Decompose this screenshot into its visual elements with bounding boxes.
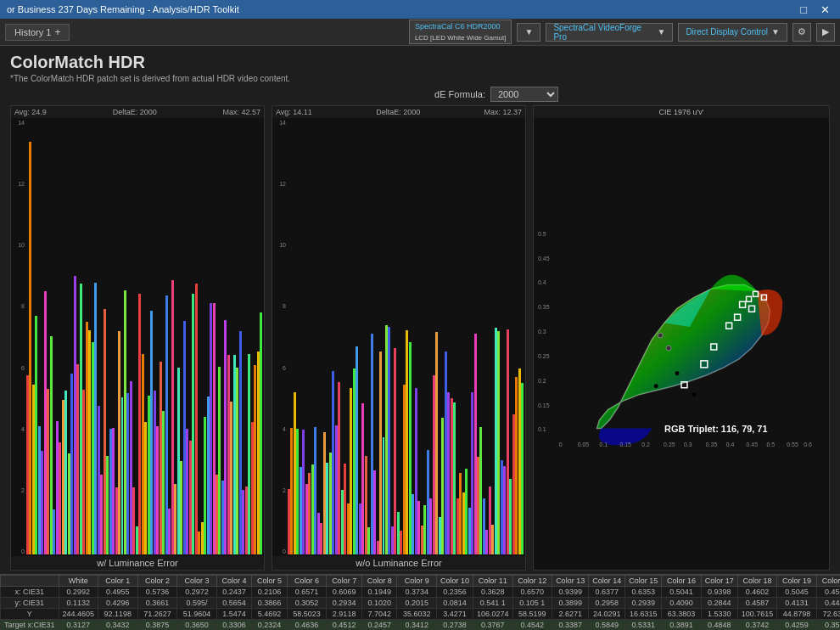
svg-text:0.5: 0.5 [538,231,546,237]
chart1-avg: Avg: 24.9 [14,108,47,116]
table-cell: 72.6319 [816,609,840,620]
svg-text:0.3: 0.3 [684,442,692,447]
table-col-header: Color 1 [98,576,138,587]
table-cell: 24.0291 [589,609,625,620]
row-label: y: CIE31 [1,598,59,609]
table-cell: 0.4447 [816,598,840,609]
table-cell: 71.2627 [137,609,177,620]
table-cell: 35.6032 [397,609,437,620]
table-cell: 0.6570 [512,587,552,598]
svg-text:0.4: 0.4 [726,442,735,447]
toolbar: History 1 + SpectraCal C6 HDR2000 LCD [L… [0,19,840,46]
bars2 [288,120,524,554]
svg-text:0.15: 0.15 [619,442,631,447]
table-cell: 0.3052 [287,598,327,609]
bar [260,312,262,554]
table-cell: 0.3432 [98,620,138,631]
table-cell: 0.2939 [625,598,662,609]
svg-text:0.4: 0.4 [538,279,546,285]
table-cell: 0.2437 [216,587,252,598]
table-col-header: Color 8 [361,576,397,587]
history-tab-label: History 1 [14,27,51,37]
main-content: ColorMatch HDR *The ColorMatch HDR patch… [0,46,840,574]
close-button[interactable]: ✕ [817,3,833,16]
svg-text:0.35: 0.35 [538,304,550,310]
table-col-header: Color 15 [625,576,662,587]
row-label: Y [1,609,59,620]
table-cell: 0.2958 [589,598,625,609]
table-cell: 16.6315 [625,609,662,620]
table-cell: 0.4636 [287,620,327,631]
svg-text:0.45: 0.45 [747,442,759,447]
svg-point-14 [658,333,663,338]
table-cell: 0.3661 [137,598,177,609]
svg-point-16 [654,384,658,388]
device1-arrow[interactable]: ▼ [517,23,540,42]
table-cell: 0.3387 [552,620,589,631]
table-cell: 0.4955 [98,587,138,598]
page-subtitle: *The ColorMatch HDR patch set is derived… [10,74,830,83]
table-cell: 0.3650 [177,620,217,631]
bar [388,327,390,554]
table-cell: 0.2934 [327,598,362,609]
table-col-header: Color 17 [701,576,737,587]
table-cell: 0.3734 [397,587,437,598]
device1-line2: LCD [LED White Wide Gamut] [415,34,507,42]
device2-dropdown[interactable]: SpectraCal VideoForge Pro ▼ [546,23,673,42]
cie-svg: 0 0.05 0.1 0.15 0.2 0.25 0.3 0.35 0.4 0.… [534,118,829,570]
table-cell: 0.4602 [737,587,777,598]
svg-text:0.1: 0.1 [538,426,546,432]
settings-button[interactable]: ⚙ [792,23,811,42]
row-label: Target x:CIE31 [1,620,59,631]
table-col-header: Color 7 [327,576,362,587]
table-col-header: Color 9 [397,576,437,587]
table-cell: 0.4131 [777,598,817,609]
svg-text:0.2: 0.2 [538,378,546,384]
table-col-header: Color 16 [662,576,702,587]
table-cell: 0.5736 [137,587,177,598]
rgb-triplet-text: RGB Triplet: 116, 79, 71 [664,424,767,434]
data-table-wrapper[interactable]: WhiteColor 1Color 2Color 3Color 4Color 5… [0,574,840,630]
restore-button[interactable]: □ [797,3,810,16]
chart2-header: Avg: 14.11 DeltaE: 2000 Max: 12.37 [272,106,525,118]
device3-label: Direct Display Control [686,27,768,37]
table-cell: 100.7615 [737,609,777,620]
svg-text:0.25: 0.25 [664,442,675,447]
table-cell: 0.3742 [737,620,777,631]
table-cell: 0.105 1 [512,598,552,609]
device1-dropdown[interactable]: SpectraCal C6 HDR2000 LCD [LED White Wid… [409,20,512,44]
window-controls: □ ✕ [797,3,833,16]
play-button[interactable]: ▶ [816,23,835,42]
formula-select[interactable]: 2000 76 ITP [490,87,558,102]
table-cell: 0.3628 [473,587,513,598]
table-col-header: Color 2 [137,576,177,587]
table-cell: 44.8798 [777,609,817,620]
table-cell: 0.3412 [397,620,437,631]
table-cell: 0.2106 [252,587,288,598]
page-header: ColorMatch HDR *The ColorMatch HDR patch… [10,53,830,83]
chart2-max: Max: 12.37 [484,108,522,116]
table-cell: 0.9399 [552,587,589,598]
table-row: Y244.460592.119871.262751.96041.54745.46… [1,609,841,620]
table-cell: 0.6377 [589,587,625,598]
formula-row: dE Formula: 2000 76 ITP [10,87,830,102]
table-header-row: WhiteColor 1Color 2Color 3Color 4Color 5… [1,576,841,587]
history-tab[interactable]: History 1 + [5,24,70,41]
device2-label: SpectraCal VideoForge Pro [553,23,653,42]
device3-arrow-icon: ▼ [771,27,780,37]
table-col-header: Color 3 [177,576,217,587]
table-cell: 0.0814 [437,598,473,609]
table-cell: 0.4259 [777,620,817,631]
table-cell: 0.5654 [216,598,252,609]
table-cell: 106.0274 [473,609,513,620]
svg-text:0.55: 0.55 [787,442,798,447]
device3-dropdown[interactable]: Direct Display Control ▼ [678,23,787,42]
row-label: x: CIE31 [1,587,59,598]
table-col-header: Color 14 [589,576,625,587]
table-cell: 0.9398 [701,587,737,598]
chart2-body: 0 2 4 6 8 10 12 14 [272,118,525,556]
add-tab-icon[interactable]: + [54,26,60,38]
table-col-header: Color 11 [473,576,513,587]
device1-line1: SpectraCal C6 HDR2000 [415,22,501,31]
svg-text:0.25: 0.25 [538,353,550,359]
